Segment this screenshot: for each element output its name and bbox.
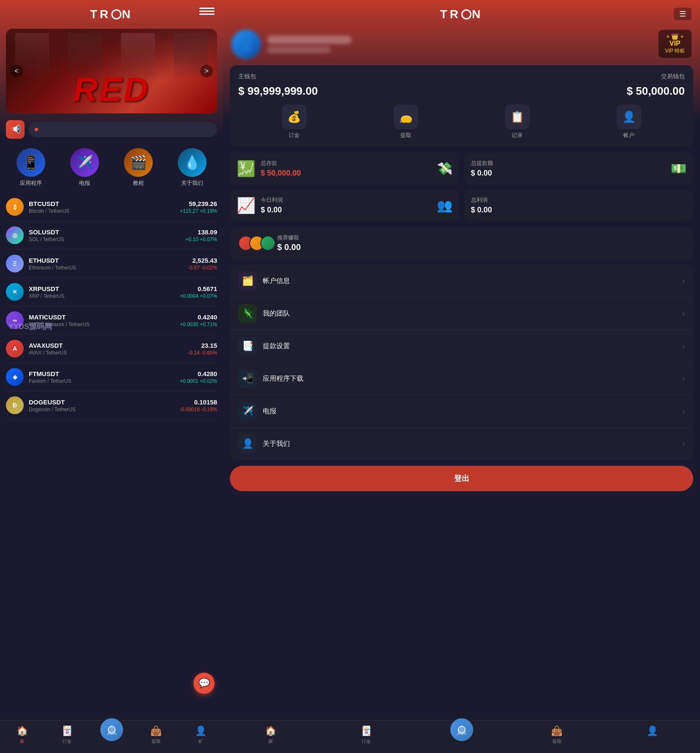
coin-logo-sol: ◎: [6, 226, 24, 244]
left-header: TRN: [0, 0, 223, 25]
banner-people: [6, 29, 217, 80]
trade-wallet-label: 交易钱包: [661, 73, 685, 80]
referral-icons: [238, 236, 271, 251]
account-info-label: 帐户信息: [263, 277, 682, 286]
left-nav-mine[interactable]: 👤 矿: [179, 724, 223, 746]
menu-item-telegram[interactable]: ✈️ 电报 ›: [230, 395, 693, 428]
stat-total-profit: 总利润 $ 0.00: [464, 190, 694, 221]
about-us-icon: 👤: [238, 434, 257, 453]
right-bottom-nav: 🏠 家 🃏 订金 👜 提取 👤: [223, 720, 700, 753]
right-panel: TRN ☰ 👤 + 👑 + VIP VIP 特权 主钱包 交易钱包 $ 99,9…: [223, 0, 700, 753]
coin-pair-eth: Ethereum / TetherUS: [29, 265, 188, 271]
quick-item-tutorial[interactable]: 🎬 教程: [124, 148, 153, 187]
my-team-icon: 🦎: [238, 304, 257, 323]
vip-badge[interactable]: + 👑 + VIP VIP 特权: [659, 30, 692, 58]
right-center-button[interactable]: [449, 717, 474, 742]
profile-info: [267, 36, 692, 53]
telegram-menu-icon: ✈️: [238, 402, 257, 420]
app-download-label: 应用程序下载: [263, 374, 682, 383]
stat-total-deposit: 💹 总存款 $ 50,000.00 💸: [230, 153, 459, 184]
stat-deposit-icon-right: 💸: [437, 161, 452, 176]
quick-item-about[interactable]: 💧 关于我们: [178, 148, 207, 187]
coin-item-eth[interactable]: Ξ ETHUSDT Ethereum / TetherUS 2,525.43 -…: [6, 250, 217, 278]
wallet-action-record[interactable]: 📋 记录: [505, 104, 529, 139]
menu-item-app-download[interactable]: 📲 应用程序下载 ›: [230, 363, 693, 395]
trade-wallet-amount: $ 50,000.00: [627, 85, 685, 98]
coin-pair-ftm: Fantom / TetherUS: [29, 378, 180, 384]
coin-change-btc: +115.27 +0.19%: [180, 208, 217, 214]
wallet-action-account[interactable]: 👤 帐户: [617, 104, 641, 139]
coin-change-sol: +0.10 +0.07%: [185, 236, 217, 242]
menu-item-account-info[interactable]: 🗂️ 帐户信息 ›: [230, 265, 693, 297]
coin-logo-ftm: ◈: [6, 368, 24, 386]
stats-grid: 💹 总存款 $ 50,000.00 💸 总提款额 $ 0.00 💵 📈 今日利润: [230, 153, 693, 221]
app-download-icon: 📲: [238, 369, 257, 388]
left-nav-center[interactable]: [89, 724, 134, 746]
coin-item-avax[interactable]: A AVAXUSDT AVAX / TetherUS 23.15 -0.14 -…: [6, 335, 217, 363]
coin-item-btc[interactable]: ₿ BTCUSDT Bitcoin / TetherUS 59,239.26 +…: [6, 193, 217, 221]
right-nav-withdraw[interactable]: 👜 提取: [509, 724, 604, 746]
coin-item-xrp[interactable]: ✕ XRPUSDT XRP / TetherUS 0.5671 +0.0004 …: [6, 278, 217, 306]
left-nav-home[interactable]: 🏠 家: [0, 724, 44, 746]
left-nav-mine-label: 矿: [198, 738, 203, 745]
coin-list: ₿ BTCUSDT Bitcoin / TetherUS 59,239.26 +…: [0, 193, 223, 720]
banner-next-button[interactable]: >: [200, 65, 213, 77]
coin-price-area-btc: 59,239.26 +115.27 +0.19%: [180, 200, 217, 214]
coin-price-area-sol: 138.09 +0.10 +0.07%: [185, 228, 217, 242]
right-nav-home[interactable]: 🏠 家: [223, 724, 318, 746]
coin-item-matic[interactable]: ∞ MATICUSDT MATIC Network / TetherUS 0.4…: [6, 306, 217, 335]
wallet-amounts: $ 99,999,999.00 $ 50,000.00: [238, 85, 685, 98]
menu-item-about-us[interactable]: 👤 关于我们 ›: [230, 428, 693, 460]
coin-info-doge: DOGEUSDT Dogecoin / TetherUS: [29, 398, 179, 412]
banner-bg: RED: [6, 29, 217, 113]
coin-item-ftm[interactable]: ◈ FTMUSDT Fantom / TetherUS 0.4280 +0.00…: [6, 363, 217, 391]
coin-price-eth: 2,525.43: [188, 257, 217, 264]
coin-price-doge: 0.10158: [179, 398, 217, 406]
coin-info-avax: AVAXUSDT AVAX / TetherUS: [29, 342, 188, 356]
account-label: 帐户: [623, 132, 634, 139]
stat-today-profit: 📈 今日利润 $ 0.00 👥: [230, 190, 459, 221]
right-nav-center[interactable]: [414, 724, 509, 746]
stat-profit-icon-right: 👥: [437, 198, 452, 213]
menu-item-withdraw-settings[interactable]: 📑 提款设置 ›: [230, 330, 693, 363]
right-menu-button[interactable]: ☰: [674, 8, 692, 20]
coin-price-avax: 23.15: [188, 342, 217, 349]
right-nav-mine[interactable]: 👤: [605, 724, 700, 746]
menu-item-my-team[interactable]: 🦎 我的团队 ›: [230, 297, 693, 330]
withdraw-icon: 👜: [150, 726, 162, 737]
coin-price-area-avax: 23.15 -0.14 -0.60%: [188, 342, 217, 356]
coin-price-xrp: 0.5671: [180, 285, 217, 292]
coin-logo-xrp: ✕: [6, 283, 24, 301]
banner-prev-button[interactable]: <: [10, 65, 23, 77]
quick-item-telegram[interactable]: ✈️ 电报: [70, 148, 99, 187]
stat-total-withdraw: 总提款额 $ 0.00 💵: [464, 153, 694, 184]
stat-withdraw-icon-right: 💵: [671, 161, 686, 176]
coin-price-ftm: 0.4280: [180, 370, 217, 377]
coin-item-doge[interactable]: Ð DOGEUSDT Dogecoin / TetherUS 0.10158 -…: [6, 391, 217, 420]
about-us-label: 关于我们: [263, 440, 682, 448]
left-nav-orders[interactable]: 🃏 订金: [44, 724, 89, 746]
wallet-action-withdraw[interactable]: 👝 提取: [394, 104, 418, 139]
coin-info-xrp: XRPUSDT XRP / TetherUS: [29, 285, 180, 299]
right-home-icon: 🏠: [265, 726, 276, 737]
quick-item-apps[interactable]: 📱 应用程序: [17, 148, 45, 187]
stat-total-profit-value: $ 0.00: [471, 206, 687, 214]
coin-item-sol[interactable]: ◎ SOLUSDT SOL / TetherUS 138.09 +0.10 +0…: [6, 221, 217, 250]
right-nav-orders[interactable]: 🃏 订金: [318, 724, 413, 746]
stat-deposit-icon: 💹: [237, 160, 256, 178]
left-nav-withdraw[interactable]: 👜 提取: [134, 724, 178, 746]
orders-icon: 🃏: [61, 726, 73, 737]
coin-symbol-xrp: XRPUSDT: [29, 285, 180, 292]
wallet-action-deposit[interactable]: 💰 订金: [282, 104, 306, 139]
left-nav-home-label: 家: [20, 738, 25, 745]
right-withdraw-icon: 👜: [551, 726, 562, 737]
chat-bubble-button[interactable]: 💬: [193, 673, 215, 694]
left-menu-button[interactable]: [199, 8, 215, 19]
quick-label-tutorial: 教程: [133, 179, 144, 187]
banner: RED < >: [6, 29, 217, 113]
logout-button[interactable]: 登出: [230, 466, 693, 491]
coin-price-area-xrp: 0.5671 +0.0004 +0.07%: [180, 285, 217, 299]
mine-icon: 👤: [195, 726, 207, 737]
center-button[interactable]: [99, 717, 124, 742]
vip-sublabel: VIP 特权: [665, 47, 685, 55]
